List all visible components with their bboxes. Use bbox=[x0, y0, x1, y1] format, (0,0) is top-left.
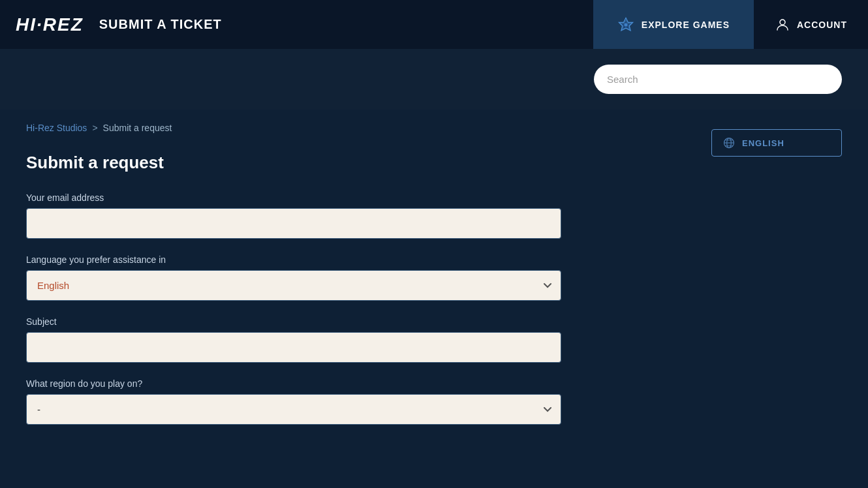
language-select[interactable]: English Español Français Deutsch Portugu… bbox=[26, 270, 561, 301]
subject-group: Subject bbox=[26, 316, 685, 363]
breadcrumb-home-link[interactable]: Hi-Rez Studios bbox=[26, 123, 87, 133]
account-icon bbox=[775, 17, 790, 33]
language-button-label: ENGLISH bbox=[742, 138, 784, 148]
search-input[interactable] bbox=[594, 65, 842, 94]
region-group: What region do you play on? - North Amer… bbox=[26, 378, 685, 425]
logo-section: HI·REZ SUBMIT A TICKET bbox=[0, 0, 593, 49]
language-label: Language you prefer assistance in bbox=[26, 254, 685, 265]
language-group: Language you prefer assistance in Englis… bbox=[26, 254, 685, 301]
header-title: SUBMIT A TICKET bbox=[99, 17, 222, 32]
region-label: What region do you play on? bbox=[26, 378, 685, 389]
main-content: Hi-Rez Studios > Submit a request Submit… bbox=[26, 123, 685, 440]
header-nav: EXPLORE GAMES ACCOUNT bbox=[593, 0, 868, 49]
header: HI·REZ SUBMIT A TICKET EXPLORE GAMES ACC… bbox=[0, 0, 868, 49]
account-label: ACCOUNT bbox=[797, 20, 847, 30]
subject-field[interactable] bbox=[26, 332, 561, 363]
subject-label: Subject bbox=[26, 316, 685, 327]
search-wrapper bbox=[594, 65, 842, 94]
region-select[interactable]: - North America Europe Asia Brazil Austr… bbox=[26, 394, 561, 425]
sidebar: ENGLISH bbox=[711, 123, 842, 440]
page-title: Submit a request bbox=[26, 153, 685, 173]
account-button[interactable]: ACCOUNT bbox=[753, 0, 868, 49]
language-button[interactable]: ENGLISH bbox=[711, 129, 842, 157]
breadcrumb-current: Submit a request bbox=[103, 123, 172, 133]
explore-games-button[interactable]: EXPLORE GAMES bbox=[593, 0, 753, 49]
svg-point-1 bbox=[780, 20, 785, 25]
globe-icon bbox=[722, 136, 736, 149]
email-field[interactable] bbox=[26, 208, 561, 239]
email-label: Your email address bbox=[26, 192, 685, 203]
svg-point-0 bbox=[624, 23, 627, 26]
explore-icon bbox=[617, 16, 635, 34]
submit-request-form: Your email address Language you prefer a… bbox=[26, 192, 685, 425]
breadcrumb-separator: > bbox=[92, 123, 97, 133]
logo: HI·REZ bbox=[16, 14, 84, 35]
search-area bbox=[0, 49, 868, 110]
breadcrumb: Hi-Rez Studios > Submit a request bbox=[26, 123, 685, 133]
content-wrapper: Hi-Rez Studios > Submit a request Submit… bbox=[0, 110, 868, 453]
explore-label: EXPLORE GAMES bbox=[642, 20, 730, 30]
email-group: Your email address bbox=[26, 192, 685, 239]
